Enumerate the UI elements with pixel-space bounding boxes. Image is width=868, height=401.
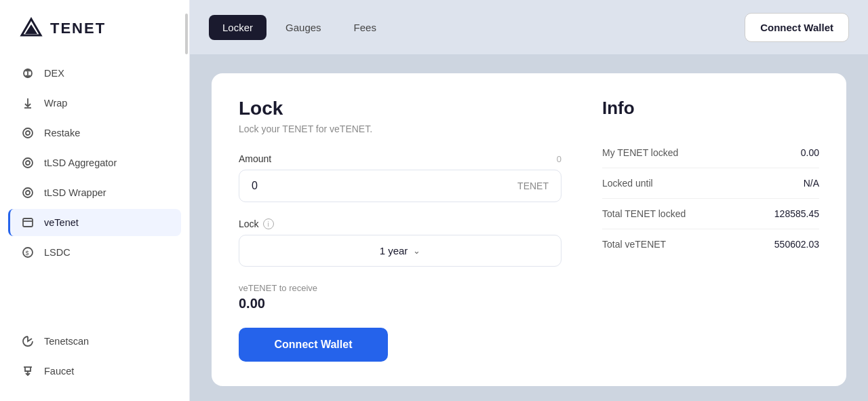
svg-point-3 [23, 128, 33, 138]
svg-point-7 [23, 188, 33, 197]
sidebar-item-label-restake: Restake [44, 128, 80, 138]
lsdc-icon: $ [21, 246, 35, 259]
sidebar-item-tlsd-aggregator[interactable]: tLSD Aggregator [8, 149, 181, 176]
sidebar-item-dex[interactable]: DEX [8, 60, 181, 87]
sidebar-item-label-vetenet: veTenet [44, 217, 79, 228]
info-value: 0.00 [801, 147, 819, 158]
sidebar-scrollbar[interactable] [185, 14, 188, 54]
lock-subtitle: Lock your TENET for veTENET. [239, 123, 561, 134]
info-value: 128585.45 [774, 208, 819, 219]
tlsd-wrapper-icon [21, 186, 35, 199]
lock-label-text: Lock [239, 218, 259, 229]
main-content: LockerGaugesFees Connect Wallet Lock Loc… [190, 0, 868, 401]
info-value: N/A [804, 178, 819, 189]
restake-icon [21, 126, 35, 140]
amount-suffix: TENET [517, 180, 549, 191]
amount-input-wrap: TENET [239, 170, 561, 202]
lock-period-value: 1 year [380, 245, 408, 256]
amount-label-text: Amount [239, 153, 271, 164]
info-value: 550602.03 [774, 239, 819, 250]
logo: TENET [0, 16, 189, 60]
lock-info-icon[interactable]: i [263, 218, 274, 229]
svg-text:$: $ [26, 250, 29, 256]
sidebar-item-wrap[interactable]: Wrap [8, 90, 181, 117]
vetenet-icon [21, 216, 35, 229]
lock-section: Lock Lock your TENET for veTENET. Amount… [239, 98, 561, 362]
sidebar-item-label-faucet: Faucet [44, 366, 74, 377]
svg-point-8 [26, 191, 30, 195]
sidebar-item-label-wrap: Wrap [44, 98, 67, 109]
info-row: My TENET locked 0.00 [602, 138, 819, 168]
info-rows: My TENET locked 0.00 Locked until N/A To… [602, 138, 819, 259]
sidebar-item-vetenet[interactable]: veTenet [8, 209, 181, 236]
svg-point-5 [23, 158, 33, 168]
sidebar-item-lsdc[interactable]: $ LSDC [8, 239, 181, 266]
connect-wallet-button-main[interactable]: Connect Wallet [239, 328, 388, 362]
amount-max: 0 [557, 154, 561, 164]
amount-field-label: Amount 0 [239, 153, 561, 164]
sidebar-nav: DEX Wrap Restake tLSD Aggregator tLSD Wr… [0, 60, 189, 309]
info-section: Info My TENET locked 0.00 Locked until N… [602, 98, 819, 362]
sidebar-item-restake[interactable]: Restake [8, 119, 181, 147]
page-content: Lock Lock your TENET for veTENET. Amount… [190, 54, 868, 401]
tlsd-aggregator-icon [21, 156, 35, 170]
sidebar-item-label-lsdc: LSDC [44, 247, 71, 258]
sidebar-bottom: Tenetscan Faucet [0, 328, 189, 385]
sidebar-item-label-tlsd-aggregator: tLSD Aggregator [44, 157, 117, 168]
lock-field-label: Lock i [239, 218, 561, 229]
wrap-icon [21, 96, 35, 110]
tab-fees[interactable]: Fees [340, 15, 390, 40]
sidebar-item-label-dex: DEX [44, 68, 64, 79]
info-key: Total veTENET [602, 239, 666, 250]
connect-wallet-button-top[interactable]: Connect Wallet [745, 13, 849, 42]
amount-input[interactable] [252, 180, 512, 192]
receive-value: 0.00 [239, 296, 561, 311]
faucet-icon [21, 364, 35, 378]
info-row: Locked until N/A [602, 168, 819, 199]
info-row: Total veTENET 550602.03 [602, 229, 819, 259]
lock-title: Lock [239, 98, 561, 119]
sidebar-item-tenetscan[interactable]: Tenetscan [8, 328, 181, 355]
sidebar: TENET DEX Wrap Restake tLSD Aggregator t… [0, 0, 190, 401]
dex-icon [21, 66, 35, 80]
info-title: Info [602, 98, 819, 119]
info-key: My TENET locked [602, 147, 678, 158]
svg-point-4 [26, 131, 30, 135]
tenetscan-icon [21, 335, 35, 348]
receive-label: veTENET to receive [239, 283, 561, 293]
sidebar-item-label-tenetscan: Tenetscan [44, 336, 89, 347]
sidebar-item-faucet[interactable]: Faucet [8, 358, 181, 385]
topnav-tabs: LockerGaugesFees [209, 15, 739, 40]
topnav: LockerGaugesFees Connect Wallet [190, 0, 868, 54]
info-row: Total TENET locked 128585.45 [602, 199, 819, 229]
tenet-logo-icon [19, 16, 43, 41]
logo-text: TENET [50, 20, 106, 37]
sidebar-item-tlsd-wrapper[interactable]: tLSD Wrapper [8, 179, 181, 206]
info-key: Total TENET locked [602, 208, 686, 219]
sidebar-item-label-tlsd-wrapper: tLSD Wrapper [44, 187, 106, 198]
main-card: Lock Lock your TENET for veTENET. Amount… [212, 73, 846, 386]
svg-rect-9 [23, 218, 33, 227]
svg-point-6 [26, 161, 30, 165]
lock-period-select[interactable]: 1 year ⌄ [239, 235, 561, 267]
chevron-down-icon: ⌄ [413, 246, 420, 256]
tab-gauges[interactable]: Gauges [272, 15, 335, 40]
tab-locker[interactable]: Locker [209, 15, 267, 40]
info-key: Locked until [602, 178, 653, 189]
